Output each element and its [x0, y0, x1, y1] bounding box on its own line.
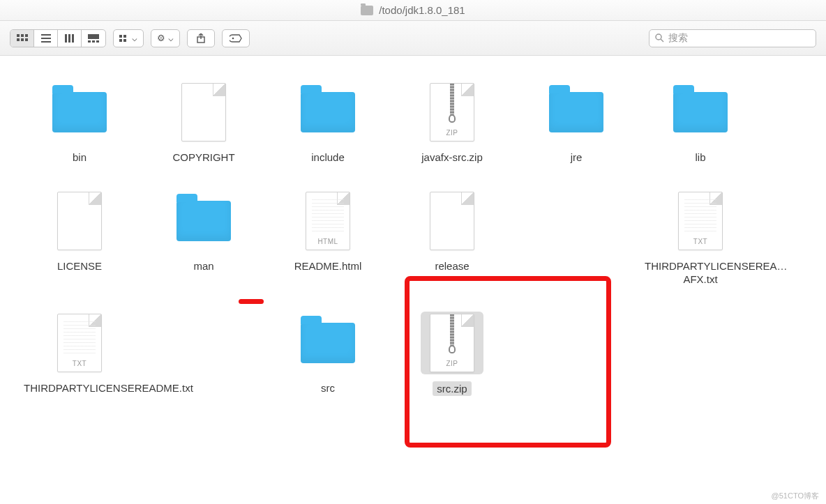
watermark-text: @51CTO博客 — [772, 491, 819, 501]
file-file-icon — [181, 83, 226, 142]
file-type-tag: ZIP — [430, 129, 474, 137]
svg-rect-11 — [72, 34, 74, 43]
view-icon-button[interactable] — [10, 30, 34, 47]
file-icon-wrap: ZIP — [421, 81, 483, 144]
svg-rect-8 — [41, 41, 51, 43]
txt-file-icon: TXT — [678, 192, 723, 250]
svg-rect-9 — [65, 34, 67, 43]
file-icon-wrap — [296, 81, 359, 144]
svg-rect-16 — [119, 35, 122, 38]
folder-icon — [301, 323, 355, 363]
window-path: /todo/jdk1.8.0_181 — [379, 4, 465, 16]
view-columns-button[interactable] — [58, 30, 82, 47]
file-grid: binCOPYRIGHTincludeZIPjavafx-src.zipjrel… — [0, 56, 826, 421]
file-item[interactable]: ZIPsrc.zip — [393, 307, 511, 401]
svg-rect-3 — [17, 38, 20, 41]
svg-rect-4 — [21, 38, 24, 41]
search-field[interactable]: 搜索 — [649, 29, 816, 47]
file-item[interactable]: jre — [518, 77, 635, 169]
html-file-icon: HTML — [306, 192, 350, 250]
file-type-tag: HTML — [306, 238, 350, 245]
file-label: release — [435, 259, 469, 273]
window-titlebar: /todo/jdk1.8.0_181 — [0, 0, 826, 21]
file-item[interactable]: include — [269, 77, 386, 169]
file-item[interactable]: lib — [642, 77, 759, 169]
zip-file-icon: ZIP — [430, 314, 474, 372]
file-item[interactable]: HTMLREADME.html — [269, 185, 386, 291]
file-item[interactable]: LICENSE — [21, 185, 138, 291]
svg-rect-17 — [123, 35, 126, 38]
folder-icon — [361, 6, 373, 15]
folder-icon — [673, 92, 728, 132]
file-icon-wrap — [545, 81, 608, 144]
file-item[interactable]: COPYRIGHT — [145, 77, 262, 169]
file-label: THIRDPARTYLICENSEREADME.txt — [24, 381, 135, 395]
svg-rect-2 — [25, 34, 28, 37]
file-type-tag: TXT — [58, 360, 101, 367]
svg-rect-0 — [17, 34, 20, 37]
file-label: lib — [695, 151, 705, 165]
file-icon-wrap — [48, 81, 111, 144]
svg-rect-10 — [68, 34, 70, 43]
file-icon-wrap — [172, 190, 235, 252]
view-gallery-button[interactable] — [82, 30, 105, 47]
file-type-tag: ZIP — [430, 360, 474, 367]
svg-point-23 — [656, 34, 661, 40]
action-dropdown[interactable]: ⚙⌵ — [151, 29, 180, 47]
file-file-icon — [57, 192, 102, 250]
arrange-dropdown[interactable]: ⌵ — [113, 29, 144, 47]
file-icon-wrap: TXT — [48, 312, 111, 374]
file-label: bin — [73, 151, 87, 165]
file-item[interactable]: man — [145, 185, 262, 291]
file-label: javafx-src.zip — [421, 151, 483, 165]
file-file-icon — [430, 192, 474, 250]
file-label: man — [193, 259, 213, 273]
file-item[interactable]: release — [393, 185, 511, 291]
file-icon-wrap: ZIP — [421, 312, 483, 374]
tags-button[interactable] — [222, 29, 250, 47]
file-item[interactable]: bin — [21, 77, 138, 169]
file-item[interactable]: TXTTHIRDPARTYLICENSEREA…AFX.txt — [642, 185, 759, 291]
file-label: jre — [571, 151, 583, 165]
zip-file-icon: ZIP — [430, 83, 474, 142]
share-button[interactable] — [187, 29, 215, 47]
gear-icon: ⚙ — [157, 33, 165, 43]
svg-line-24 — [661, 39, 663, 42]
file-label: src.zip — [433, 381, 471, 397]
svg-rect-7 — [41, 38, 51, 39]
file-icon-wrap — [172, 81, 235, 144]
file-icon-wrap: TXT — [669, 190, 732, 252]
folder-icon — [301, 92, 355, 132]
svg-point-22 — [232, 37, 234, 39]
svg-rect-15 — [96, 40, 99, 43]
file-label: README.html — [294, 259, 362, 273]
svg-rect-13 — [88, 40, 91, 43]
file-label: THIRDPARTYLICENSEREA…AFX.txt — [645, 259, 756, 287]
annotation-red-mark — [239, 299, 264, 304]
search-icon — [655, 33, 664, 43]
file-label: LICENSE — [57, 259, 102, 273]
file-label: COPYRIGHT — [172, 151, 234, 165]
chevron-down-icon: ⌵ — [168, 33, 174, 43]
svg-rect-5 — [25, 38, 28, 41]
svg-rect-19 — [123, 39, 126, 42]
svg-rect-6 — [41, 34, 51, 36]
file-item[interactable]: ZIPjavafx-src.zip — [393, 77, 511, 169]
folder-icon — [52, 92, 107, 132]
folder-icon — [549, 92, 603, 132]
file-icon-wrap — [669, 81, 732, 144]
file-icon-wrap — [296, 312, 359, 374]
search-placeholder: 搜索 — [668, 32, 688, 45]
folder-icon — [177, 201, 231, 241]
file-label: src — [321, 381, 335, 395]
file-item[interactable]: src — [269, 307, 386, 401]
svg-rect-12 — [88, 34, 99, 39]
txt-file-icon: TXT — [57, 314, 102, 372]
file-type-tag: TXT — [679, 238, 722, 245]
file-icon-wrap: HTML — [296, 190, 359, 252]
file-item[interactable]: TXTTHIRDPARTYLICENSEREADME.txt — [21, 307, 138, 401]
view-mode-segment — [10, 29, 106, 47]
svg-rect-18 — [119, 39, 122, 42]
view-list-button[interactable] — [34, 30, 58, 47]
toolbar: ⌵ ⚙⌵ 搜索 — [0, 21, 826, 56]
